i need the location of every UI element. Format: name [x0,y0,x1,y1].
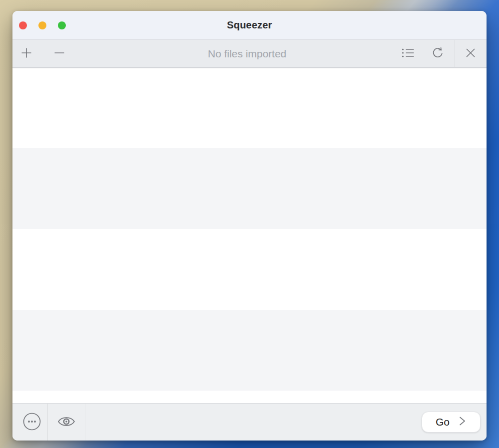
title-bar: Squeezer [12,11,487,40]
list-row [12,229,487,310]
file-list[interactable] [12,68,487,403]
toolbar-left-group [12,43,67,65]
eye-icon [56,415,76,430]
window-title: Squeezer [227,19,272,31]
go-button[interactable]: Go [422,412,481,433]
list-row [12,68,487,148]
list-row [12,391,487,403]
bulleted-list-icon [402,47,415,60]
traffic-lights [19,11,66,39]
more-options-button[interactable] [12,404,47,441]
clear-list-button[interactable] [463,43,478,65]
plus-icon [20,47,32,60]
clockwise-arrow-icon [431,46,444,61]
import-status-text: No files imported [208,48,286,60]
toolbar: No files imported [12,40,487,68]
chevron-right-icon [458,416,467,429]
ellipsis-circle-icon [22,412,41,433]
toolbar-right-group [401,40,487,68]
list-row [12,310,487,391]
refresh-button[interactable] [430,43,445,65]
zoom-window-button[interactable] [58,21,66,29]
footer-bar: Go [12,403,487,441]
minus-icon [53,47,65,60]
show-list-button[interactable] [401,43,416,65]
list-row [12,148,487,229]
preview-button[interactable] [48,404,85,441]
x-mark-icon [465,47,477,60]
go-button-label: Go [436,416,450,428]
minimize-window-button[interactable] [38,21,46,29]
add-files-button[interactable] [19,43,34,65]
remove-files-button[interactable] [52,43,67,65]
footer-divider [85,404,85,441]
toolbar-divider [455,40,455,68]
app-window: Squeezer No files imported [12,11,487,441]
close-window-button[interactable] [19,21,27,29]
